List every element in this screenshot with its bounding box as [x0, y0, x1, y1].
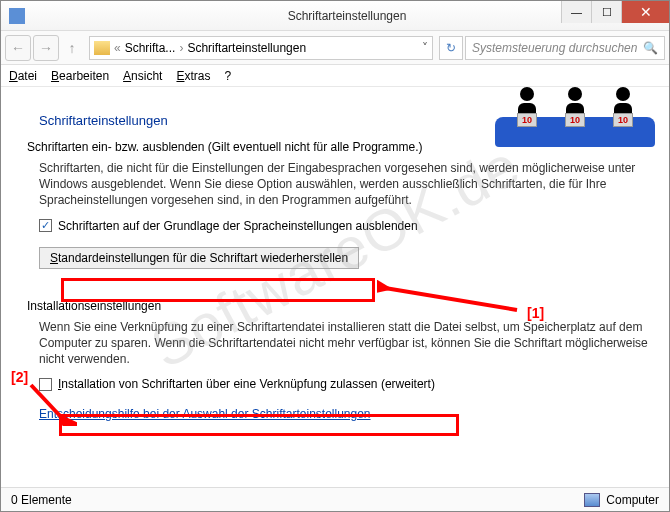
menu-view[interactable]: Ansicht [123, 69, 162, 83]
back-button[interactable]: ← [5, 35, 31, 61]
titlebar: Schriftarteinstellungen — ☐ ✕ [1, 1, 669, 31]
annotation-arrow-1 [377, 280, 527, 320]
status-location: Computer [606, 493, 659, 507]
content-area: Schriftarteinstellungen Schriftarten ein… [1, 87, 669, 487]
close-button[interactable]: ✕ [621, 1, 669, 23]
breadcrumb-item[interactable]: Schriftarteinstellungen [187, 41, 306, 55]
search-icon[interactable]: 🔍 [643, 41, 658, 55]
annotation-arrow-2 [27, 381, 77, 426]
app-icon [9, 8, 25, 24]
menu-extras[interactable]: Extras [176, 69, 210, 83]
search-placeholder: Systemsteuerung durchsuchen [472, 41, 637, 55]
menu-file[interactable]: Datei [9, 69, 37, 83]
up-button[interactable]: ↑ [61, 35, 83, 61]
page-title: Schriftarteinstellungen [39, 113, 649, 128]
section-heading-install: Installationseinstellungen [27, 299, 649, 313]
annotation-label-1: [1] [527, 305, 544, 321]
menubar: Datei Bearbeiten Ansicht Extras ? [1, 65, 669, 87]
breadcrumb-dropdown-icon[interactable]: ˅ [422, 41, 428, 55]
folder-icon [94, 41, 110, 55]
breadcrumb-item[interactable]: Schrifta... [125, 41, 176, 55]
install-shortcut-checkbox-row[interactable]: Installation von Schriftarten über eine … [39, 377, 649, 391]
status-item-count: 0 Elemente [11, 493, 72, 507]
svg-line-3 [31, 385, 63, 419]
checkbox-icon[interactable]: ✓ [39, 219, 52, 232]
svg-line-1 [385, 288, 517, 310]
annotation-label-2: [2] [11, 369, 28, 385]
navbar: ← → ↑ « Schrifta... › Schriftarteinstell… [1, 31, 669, 65]
section-heading-display: Schriftarten ein- bzw. ausblenden (Gilt … [27, 140, 649, 154]
hide-fonts-checkbox-row[interactable]: ✓ Schriftarten auf der Grundlage der Spr… [39, 219, 649, 233]
restore-defaults-button[interactable]: Standardeinstellungen für die Schriftart… [39, 247, 359, 269]
help-link[interactable]: Entscheidungshilfe bei der Auswahl der S… [39, 407, 371, 421]
window-controls: — ☐ ✕ [561, 1, 669, 23]
search-input[interactable]: Systemsteuerung durchsuchen 🔍 [465, 36, 665, 60]
checkbox-label: Installation von Schriftarten über eine … [58, 377, 435, 391]
checkbox-label: Schriftarten auf der Grundlage der Sprac… [58, 219, 418, 233]
section-body-install: Wenn Sie eine Verknüpfung zu einer Schri… [39, 319, 649, 368]
menu-help[interactable]: ? [225, 69, 232, 83]
minimize-button[interactable]: — [561, 1, 591, 23]
breadcrumb-sep: « [112, 41, 123, 55]
breadcrumb[interactable]: « Schrifta... › Schriftarteinstellungen … [89, 36, 433, 60]
refresh-button[interactable]: ↻ [439, 36, 463, 60]
section-body-display: Schriftarten, die nicht für die Einstell… [39, 160, 649, 209]
breadcrumb-sep: › [177, 41, 185, 55]
statusbar: 0 Elemente Computer [1, 487, 669, 511]
menu-edit[interactable]: Bearbeiten [51, 69, 109, 83]
computer-icon [584, 493, 600, 507]
maximize-button[interactable]: ☐ [591, 1, 621, 23]
forward-button[interactable]: → [33, 35, 59, 61]
